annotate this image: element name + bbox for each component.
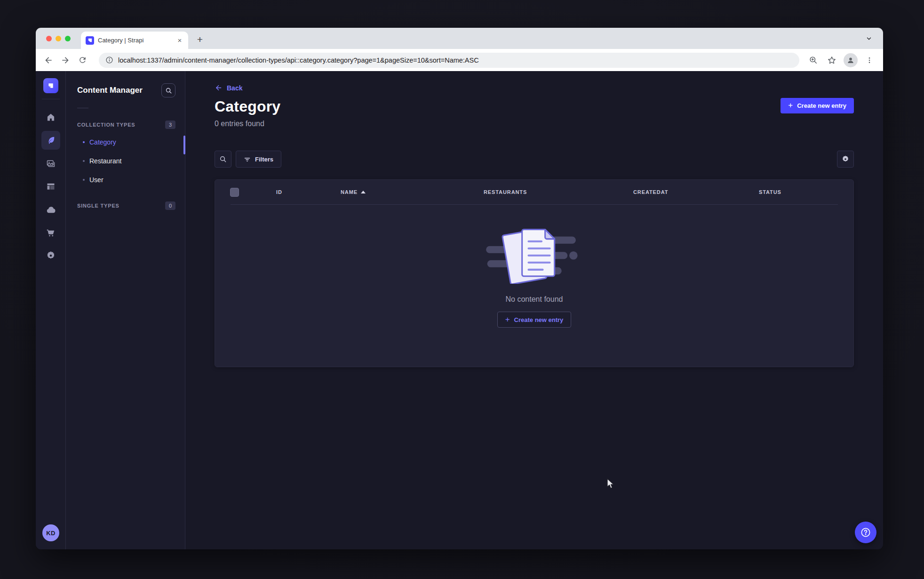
create-entry-button-empty[interactable]: + Create new entry [497,312,572,328]
plus-icon: + [788,101,793,109]
page-title: Category [215,98,280,115]
table-header-row: ID NAME RESTAURANTS CREATEDAT STATUS [215,180,853,204]
bullet-icon [83,141,85,143]
bullet-icon [83,160,85,162]
view-settings-button[interactable] [837,151,854,168]
new-tab-button[interactable]: + [194,34,206,46]
back-nav-icon[interactable] [41,53,56,67]
nav-media-library-icon[interactable] [41,154,60,173]
back-link[interactable]: Back [215,84,242,92]
browser-tab-active[interactable]: Category | Strapi × [81,32,188,49]
url-text: localhost:1337/admin/content-manager/col… [118,56,479,64]
zoom-page-icon[interactable] [806,53,820,67]
tab-close-icon[interactable]: × [176,37,183,44]
url-bar[interactable]: localhost:1337/admin/content-manager/col… [99,53,799,68]
bookmark-star-icon[interactable] [825,53,839,67]
single-types-label: SINGLE TYPES [77,203,119,209]
column-header-restaurants[interactable]: RESTAURANTS [484,189,633,195]
filter-icon [244,156,251,163]
list-search-button[interactable] [215,151,231,168]
subnav-item-restaurant[interactable]: Restaurant [66,152,185,170]
column-header-id[interactable]: ID [276,189,341,195]
list-actions-row: Filters [215,151,854,168]
select-all-checkbox[interactable] [230,188,239,197]
nav-deploy-cloud-icon[interactable] [41,200,60,219]
nav-settings-gear-icon[interactable] [41,246,60,265]
sort-ascending-icon [361,191,366,193]
gear-icon [842,155,849,163]
single-types-count-badge: 0 [165,201,175,210]
bullet-icon [83,179,85,181]
filters-button[interactable]: Filters [236,151,281,168]
main-nav-rail: KD [36,71,66,549]
column-header-status[interactable]: STATUS [759,189,853,195]
browser-window: Category | Strapi × + localhost:1337/adm… [36,28,883,549]
subnav-item-label: User [89,176,104,184]
maximize-window-button[interactable] [65,36,71,41]
help-button[interactable] [855,522,876,543]
empty-state: No content found + Create new entry [215,205,853,328]
minimize-window-button[interactable] [56,36,61,41]
strapi-favicon-icon [86,36,94,45]
strapi-logo[interactable] [43,78,58,93]
traffic-lights [46,36,71,41]
collection-types-header: COLLECTION TYPES 3 [66,121,185,129]
tab-title: Category | Strapi [98,37,172,44]
site-info-icon[interactable] [105,56,113,64]
no-content-illustration [475,224,594,284]
plus-icon: + [505,315,510,323]
browser-menu-kebab-icon[interactable] [862,53,876,67]
search-icon [219,155,227,163]
create-entry-button-header[interactable]: + Create new entry [781,98,854,113]
main-content: Back Category + Create new entry 0 entri… [185,71,883,549]
subnav-item-user[interactable]: User [66,170,185,189]
nav-home-icon[interactable] [41,108,60,127]
question-mark-icon [860,527,871,538]
subnav-search-button[interactable] [161,83,175,97]
rail-divider [42,99,60,99]
nav-marketplace-cart-icon[interactable] [41,223,60,242]
empty-message: No content found [506,295,563,304]
nav-content-manager-icon[interactable] [41,131,60,150]
column-header-createdat[interactable]: CREATEDAT [633,189,759,195]
column-header-name[interactable]: NAME [341,189,484,195]
collection-types-count-badge: 3 [165,121,175,129]
entries-table: ID NAME RESTAURANTS CREATEDAT STATUS [215,179,854,367]
nav-content-type-builder-icon[interactable] [41,177,60,196]
forward-nav-icon[interactable] [58,53,72,67]
strapi-admin-app: KD Content Manager COLLECTION TYPES 3 Ca… [36,71,883,549]
back-arrow-icon [215,84,223,92]
close-window-button[interactable] [46,36,52,41]
user-avatar[interactable]: KD [42,524,59,541]
subnav-item-label: Category [89,138,116,146]
collection-types-label: COLLECTION TYPES [77,122,135,128]
browser-toolbar: localhost:1337/admin/content-manager/col… [36,49,883,71]
subnav-title: Content Manager [77,86,143,95]
single-types-header: SINGLE TYPES 0 [66,201,185,210]
entries-count: 0 entries found [215,120,854,128]
tab-search-chevron-icon[interactable] [863,33,875,44]
subnav-item-category[interactable]: Category [66,133,185,152]
subnav-item-label: Restaurant [89,157,121,165]
reload-icon[interactable] [75,53,89,67]
subnav-divider [77,108,88,108]
browser-profile-icon[interactable] [844,53,858,67]
browser-tab-strip: Category | Strapi × + [36,28,883,49]
search-icon [165,87,172,94]
content-manager-subnav: Content Manager COLLECTION TYPES 3 Categ… [66,71,185,549]
